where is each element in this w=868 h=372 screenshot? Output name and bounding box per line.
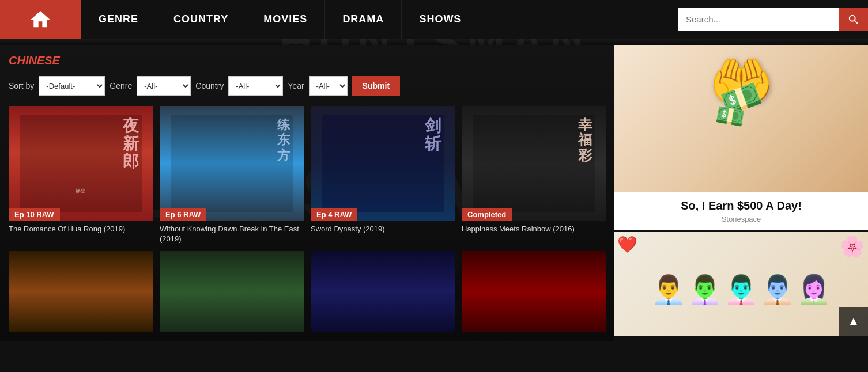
filter-row: Sort by -Default- A-Z Z-A Latest Added T… <box>9 76 606 96</box>
country-select[interactable]: -All- Chinese Korean Japanese Thai <box>228 76 283 96</box>
year-label: Year <box>288 81 304 90</box>
submit-button[interactable]: Submit <box>352 76 400 96</box>
sidebar-ad-image-2: 👨‍💼 👨‍💼 👨‍💼 👨‍💼 👩‍💼 🌸 ❤️ ▲ <box>614 232 868 336</box>
movie-badge-2: Ep 6 RAW <box>160 208 206 221</box>
search-icon <box>847 13 860 26</box>
nav-item-movies[interactable]: MOVIES <box>246 0 324 39</box>
genre-select[interactable]: -All- Action Comedy Drama Fantasy Romanc… <box>137 76 191 96</box>
country-label: Country <box>195 81 224 90</box>
movie-card-1[interactable]: 夜新郎 播出 Ep 10 RAW The Romance Of Hua Rong… <box>9 106 153 244</box>
movie-poster-5 <box>9 251 153 332</box>
movie-card-8[interactable] <box>462 251 606 335</box>
nav-item-shows[interactable]: SHOWS <box>401 0 478 39</box>
scroll-up-button[interactable]: ▲ <box>839 307 868 336</box>
sort-by-select[interactable]: -Default- A-Z Z-A Latest Added Top Views <box>39 76 105 96</box>
movie-badge-1: Ep 10 RAW <box>9 208 60 221</box>
movie-card-7[interactable] <box>311 251 455 335</box>
search-input[interactable] <box>678 8 839 31</box>
movie-title-2: Without Knowing Dawn Break In The East (… <box>160 225 304 244</box>
navigation: GENRE COUNTRY MOVIES DRAMA SHOWS <box>0 0 868 39</box>
movie-card-3[interactable]: 剑斩 Ep 4 RAW Sword Dynasty (2019) <box>311 106 455 244</box>
section-title: CHINESE <box>9 54 606 67</box>
movie-poster-8 <box>462 251 606 332</box>
movie-title-4: Happiness Meets Rainbow (2016) <box>462 225 606 234</box>
movie-poster-1: 夜新郎 播出 Ep 10 RAW <box>9 106 153 221</box>
movie-poster-4: 幸福彩 Completed <box>462 106 606 221</box>
sidebar: 🤲 💵 💵 So, I Earn $500 A Day! Storiespace… <box>614 45 868 341</box>
sidebar-ad-2[interactable]: 👨‍💼 👨‍💼 👨‍💼 👨‍💼 👩‍💼 🌸 ❤️ ▲ <box>614 232 868 336</box>
movie-poster-3: 剑斩 Ep 4 RAW <box>311 106 455 221</box>
movie-poster-6 <box>160 251 304 332</box>
movie-card-2[interactable]: 练东方 Ep 6 RAW Without Knowing Dawn Break … <box>160 106 304 244</box>
movie-card-5[interactable] <box>9 251 153 335</box>
movie-poster-2: 练东方 Ep 6 RAW <box>160 106 304 221</box>
nav-item-genre[interactable]: GENRE <box>81 0 156 39</box>
sidebar-ad-image-1: 🤲 💵 💵 <box>614 45 868 192</box>
movie-title-1: The Romance Of Hua Rong (2019) <box>9 225 153 234</box>
content-area: HUNTSMAN CHINESE Sort by -Default- A-Z Z… <box>0 45 614 341</box>
year-select[interactable]: -All- 2019 2018 2017 2016 <box>309 76 348 96</box>
movie-badge-4: Completed <box>462 208 512 221</box>
sort-by-label: Sort by <box>9 81 34 90</box>
nav-item-country[interactable]: COUNTRY <box>156 0 246 39</box>
movie-title-3: Sword Dynasty (2019) <box>311 225 455 234</box>
sidebar-ad-title: So, I Earn $500 A Day! <box>621 199 861 212</box>
search-area <box>678 0 868 39</box>
main-layout: HUNTSMAN CHINESE Sort by -Default- A-Z Z… <box>0 45 868 341</box>
movie-badge-3: Ep 4 RAW <box>311 208 357 221</box>
sidebar-ad-subtitle: Storiespace <box>621 215 861 223</box>
nav-item-drama[interactable]: DRAMA <box>324 0 401 39</box>
movie-card-6[interactable] <box>160 251 304 335</box>
movie-card-4[interactable]: 幸福彩 Completed Happiness Meets Rainbow (2… <box>462 106 606 244</box>
nav-items: GENRE COUNTRY MOVIES DRAMA SHOWS <box>81 0 478 39</box>
sidebar-ad-1[interactable]: 🤲 💵 💵 So, I Earn $500 A Day! Storiespace <box>614 45 868 230</box>
hero-background <box>0 39 868 45</box>
movie-grid: 夜新郎 播出 Ep 10 RAW The Romance Of Hua Rong… <box>9 106 606 335</box>
genre-label: Genre <box>110 81 132 90</box>
sidebar-ad-text-1: So, I Earn $500 A Day! Storiespace <box>614 192 868 230</box>
movie-poster-7 <box>311 251 455 332</box>
search-button[interactable] <box>839 8 868 31</box>
home-button[interactable] <box>0 0 81 39</box>
home-icon <box>29 8 52 31</box>
